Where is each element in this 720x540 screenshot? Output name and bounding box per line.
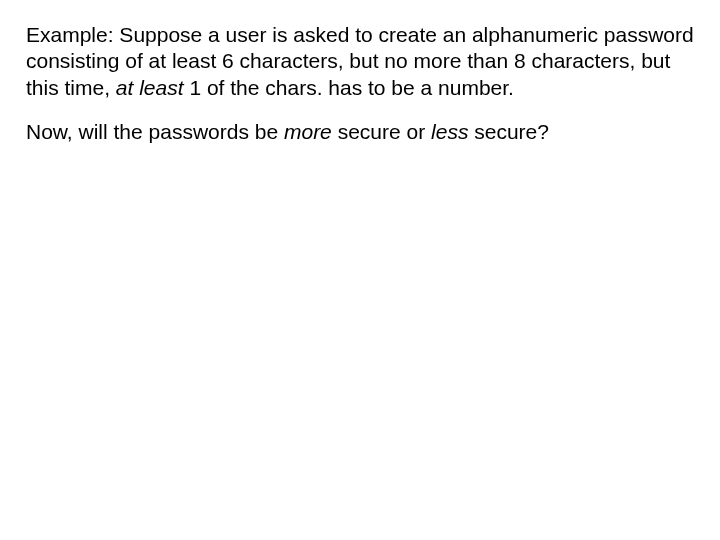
- question-paragraph: Now, will the passwords be more secure o…: [26, 119, 694, 145]
- example-paragraph: Example: Suppose a user is asked to crea…: [26, 22, 694, 101]
- example-emphasis-atleast: at least: [116, 76, 184, 99]
- question-emphasis-more: more: [284, 120, 332, 143]
- slide: Example: Suppose a user is asked to crea…: [0, 0, 720, 540]
- question-emphasis-less: less: [431, 120, 468, 143]
- example-text-2: 1 of the chars. has to be a number.: [184, 76, 514, 99]
- question-text-1: Now, will the passwords be: [26, 120, 284, 143]
- question-text-3: secure?: [468, 120, 549, 143]
- question-text-2: secure or: [332, 120, 431, 143]
